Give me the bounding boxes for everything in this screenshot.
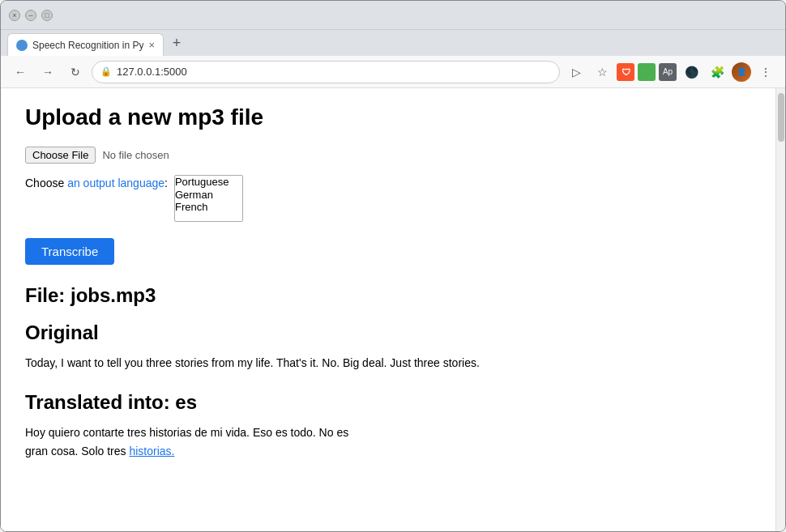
original-text: Today, I want to tell you three stories …	[25, 354, 751, 372]
bookmark-button[interactable]: ☆	[591, 61, 613, 83]
nav-bar: ← → ↻ 🔒 127.0.0.1:5000 ▷ ☆ 🛡 Ap 🌑 🧩 👤 ⋮	[1, 56, 785, 88]
maximize-window-btn[interactable]: □	[41, 10, 53, 21]
lock-icon: 🔒	[100, 66, 112, 77]
language-label: Choose an output language:	[25, 175, 168, 189]
language-select[interactable]: PortugueseGermanFrench	[174, 175, 243, 222]
back-button[interactable]: ←	[9, 61, 32, 83]
scrollbar-thumb[interactable]	[778, 93, 784, 142]
extensions-icon[interactable]: 🧩	[706, 61, 728, 83]
forward-arrow-icon: →	[42, 66, 53, 79]
tab-title: Speech Recognition in Py	[32, 40, 143, 51]
brave-shield-icon[interactable]: 🛡	[617, 63, 634, 81]
file-upload-row: Choose File No file chosen	[25, 147, 751, 164]
transcribe-button[interactable]: Transcribe	[25, 238, 114, 265]
reload-button[interactable]: ↻	[64, 61, 87, 83]
historias-link[interactable]: historias.	[129, 445, 174, 458]
translated-text-line1: Hoy quiero contarte tres historias de mi…	[25, 426, 348, 439]
menu-button[interactable]: ⋮	[754, 61, 777, 83]
choose-file-button[interactable]: Choose File	[25, 147, 96, 164]
new-tab-button[interactable]: +	[165, 33, 188, 53]
url-text: 127.0.0.1:5000	[117, 66, 187, 78]
tab-favicon-icon	[16, 40, 28, 51]
original-heading: Original	[25, 321, 751, 344]
translated-text: Hoy quiero contarte tres historias de mi…	[25, 423, 751, 460]
avatar-icon[interactable]: 👤	[732, 62, 751, 82]
page-heading: Upload a new mp3 file	[25, 104, 751, 130]
extension-ap-icon[interactable]: Ap	[659, 63, 677, 81]
close-window-btn[interactable]: ×	[9, 10, 20, 21]
scrollbar[interactable]	[775, 88, 785, 531]
profile-icon[interactable]: 🌑	[680, 61, 703, 83]
window-controls: × – □	[9, 10, 53, 21]
cast-button[interactable]: ▷	[565, 61, 587, 83]
title-bar: × – □	[1, 1, 785, 30]
reload-icon: ↻	[70, 66, 80, 79]
translated-text-line2: gran cosa. Solo tres historias.	[25, 445, 174, 458]
tab-close-icon[interactable]: ×	[148, 39, 155, 51]
active-tab[interactable]: Speech Recognition in Py ×	[7, 33, 164, 56]
extension-green-icon[interactable]	[638, 63, 656, 81]
minimize-window-btn[interactable]: –	[25, 10, 36, 21]
back-arrow-icon: ←	[15, 66, 26, 79]
page-content: Upload a new mp3 file Choose File No fil…	[1, 88, 775, 531]
no-file-label: No file chosen	[102, 149, 169, 161]
language-row: Choose an output language: PortugueseGer…	[25, 175, 751, 222]
tab-bar: Speech Recognition in Py × +	[1, 30, 785, 56]
address-bar[interactable]: 🔒 127.0.0.1:5000	[92, 61, 560, 83]
translated-heading: Translated into: es	[25, 391, 751, 414]
more-icon: ⋮	[760, 66, 771, 79]
nav-actions: ▷ ☆ 🛡 Ap 🌑 🧩 👤 ⋮	[565, 61, 777, 83]
language-link[interactable]: an output language	[67, 177, 164, 189]
forward-button[interactable]: →	[36, 61, 59, 83]
file-info: File: jobs.mp3	[25, 284, 751, 307]
page-content-wrapper: Upload a new mp3 file Choose File No fil…	[1, 88, 785, 531]
